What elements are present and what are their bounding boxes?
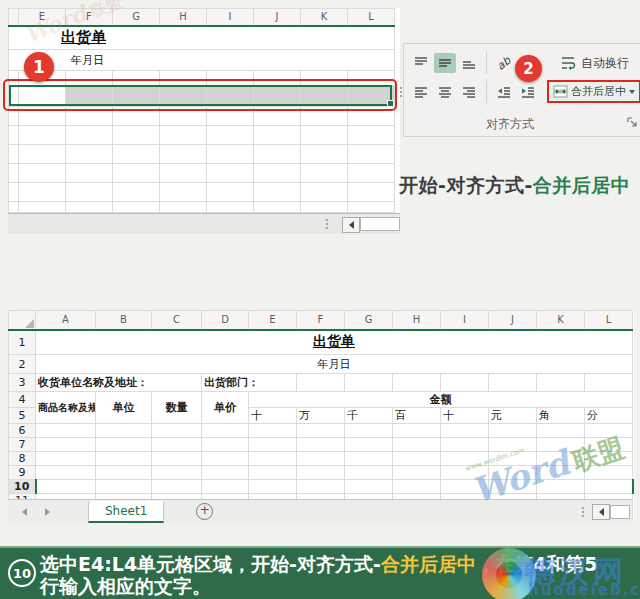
cell[interactable] [202,466,249,480]
column-header[interactable]: E [249,311,297,330]
cell[interactable] [301,164,348,183]
cell[interactable] [441,374,489,392]
cell[interactable] [537,374,585,392]
cell[interactable] [66,202,113,213]
column-header[interactable]: A [36,311,96,330]
cell[interactable] [160,183,207,202]
cell[interactable] [345,480,393,494]
column-header[interactable]: G [345,311,393,330]
column-header[interactable]: F [297,311,345,330]
date-cell[interactable]: 年月日 [9,50,395,71]
cell[interactable] [585,480,633,494]
cell[interactable] [160,145,207,164]
cell[interactable] [202,438,249,452]
column-header[interactable]: J [489,311,537,330]
cell[interactable] [537,452,585,466]
select-all-corner[interactable] [9,311,36,330]
cell[interactable] [152,466,202,480]
digit-cell[interactable]: 百 [393,408,441,424]
align-left-icon[interactable] [410,82,432,102]
scroll-left-button[interactable] [592,504,610,520]
cell[interactable] [152,424,202,438]
cell[interactable] [441,452,489,466]
tab-sheet1[interactable]: Sheet1 [88,501,164,523]
cell[interactable] [19,145,66,164]
qty-header-cell[interactable]: 数量 [152,392,202,424]
receiver-cell[interactable]: 收货单位名称及地址： [36,374,202,392]
cell[interactable] [19,126,66,145]
cell[interactable] [441,424,489,438]
cell[interactable] [254,202,301,213]
cell[interactable] [489,424,537,438]
cell[interactable] [113,164,160,183]
cell[interactable] [393,438,441,452]
cell[interactable] [393,480,441,494]
row-header[interactable]: 6 [9,424,36,438]
row-header[interactable]: 9 [9,466,36,480]
digit-cell[interactable]: 十 [249,408,297,424]
cell[interactable] [160,202,207,213]
cell[interactable] [66,126,113,145]
cell[interactable] [345,424,393,438]
cell[interactable] [393,452,441,466]
cell[interactable] [585,374,633,392]
cell[interactable] [113,183,160,202]
date-cell[interactable]: 年月日 [36,355,633,374]
cell[interactable] [345,374,393,392]
row-header[interactable]: 10 [9,480,36,494]
cell[interactable] [113,145,160,164]
cell[interactable] [254,164,301,183]
align-middle-icon[interactable] [434,53,456,73]
cell[interactable] [345,466,393,480]
row-header[interactable]: 1 [9,330,36,355]
column-header[interactable]: F [66,9,113,26]
decrease-indent-icon[interactable] [493,82,515,102]
cell[interactable] [254,145,301,164]
row-header[interactable]: 7 [9,438,36,452]
cell[interactable] [36,452,96,466]
cell[interactable] [301,126,348,145]
column-header[interactable]: H [160,9,207,26]
column-header[interactable]: L [348,9,395,26]
cell[interactable] [441,466,489,480]
row-header[interactable]: 5 [9,408,36,424]
cell[interactable] [537,480,585,494]
column-header[interactable]: L [585,311,633,330]
scrollbar-track[interactable] [360,217,400,231]
cell[interactable] [393,424,441,438]
cell[interactable] [585,438,633,452]
cell[interactable] [207,164,254,183]
cell[interactable] [9,183,19,202]
cell[interactable] [348,164,395,183]
cell[interactable] [254,126,301,145]
cell[interactable] [96,424,152,438]
cell[interactable] [489,438,537,452]
amount-merged-cell[interactable]: 金额 [249,392,633,408]
cell[interactable] [537,466,585,480]
row-header[interactable]: 3 [9,374,36,392]
cell[interactable] [348,202,395,213]
column-header[interactable]: K [537,311,585,330]
digit-cell[interactable]: 角 [537,408,585,424]
orientation-icon[interactable]: ab [493,53,515,73]
cell[interactable] [152,480,202,494]
dialog-launcher-icon[interactable] [626,116,638,128]
unit-header-cell[interactable]: 单位 [96,392,152,424]
cell[interactable] [489,480,537,494]
cell[interactable] [96,438,152,452]
add-sheet-icon[interactable]: + [196,503,213,520]
cell[interactable] [152,438,202,452]
cell[interactable] [113,202,160,213]
cell[interactable] [207,126,254,145]
increase-indent-icon[interactable] [517,82,539,102]
sheet-nav-right-icon[interactable] [45,508,50,516]
cell[interactable] [36,480,96,494]
cell[interactable] [160,164,207,183]
cell[interactable] [202,452,249,466]
sheet-nav-left-icon[interactable] [22,508,27,516]
cell[interactable] [249,452,297,466]
cell[interactable] [489,466,537,480]
cell[interactable] [96,480,152,494]
cell[interactable] [9,145,19,164]
cell[interactable] [9,202,19,213]
